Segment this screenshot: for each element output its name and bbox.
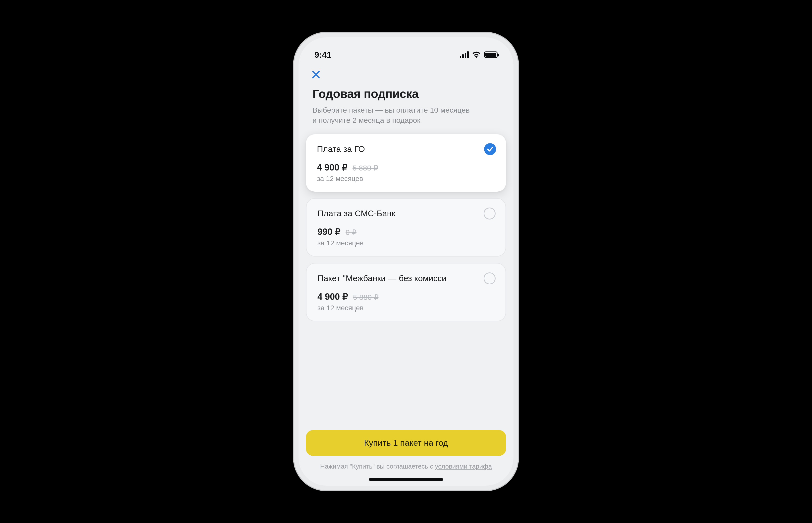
price-row: 4 900 ₽ 5 880 ₽ [317,162,495,173]
footer: Купить 1 пакет на год Нажимая "Купить" в… [298,421,514,486]
agreement-prefix: Нажимая "Купить" вы соглашаетесь с [320,463,435,470]
package-title: Плата за СМС-Банк [317,209,495,218]
radio-empty-icon [484,272,496,284]
package-price: 4 900 ₽ [317,162,347,173]
package-list: Плата за ГО 4 900 ₽ 5 880 ₽ за 12 месяце… [298,134,514,421]
side-button [294,201,295,236]
package-title: Плата за ГО [317,144,495,154]
screen: 9:41 Годовая подписка Выберите пакеты — … [298,37,514,486]
battery-icon [484,52,498,58]
package-old-price: 5 880 ₽ [352,164,378,172]
status-bar: 9:41 [298,37,514,65]
status-time: 9:41 [314,50,331,60]
side-button [517,166,518,221]
price-row: 990 ₽ 0 ₽ [317,227,495,237]
buy-button[interactable]: Купить 1 пакет на год [306,430,506,456]
radio-empty-icon [484,208,496,219]
agreement-text: Нажимая "Купить" вы соглашаетесь с услов… [306,462,506,471]
package-price: 990 ₽ [317,227,341,237]
package-period: за 12 месяцев [317,239,495,247]
page-title: Годовая подписка [312,87,500,101]
phone-frame: 9:41 Годовая подписка Выберите пакеты — … [294,33,518,490]
close-icon [311,70,321,79]
package-period: за 12 месяцев [317,175,495,183]
navbar [298,65,514,82]
terms-link[interactable]: условиями тарифа [435,463,492,470]
package-card[interactable]: Плата за СМС-Банк 990 ₽ 0 ₽ за 12 месяце… [306,198,506,256]
page-subtitle: Выберите пакеты — вы оплатите 10 месяцев… [312,105,472,125]
package-price: 4 900 ₽ [317,292,348,302]
wifi-icon [472,52,481,58]
package-period: за 12 месяцев [317,304,495,312]
package-title: Пакет "Межбанки — без комисси [317,273,495,283]
cellular-icon [460,51,469,58]
checkmark-icon [484,143,496,155]
page-header: Годовая подписка Выберите пакеты — вы оп… [298,82,514,134]
package-old-price: 0 ₽ [346,228,357,237]
home-indicator[interactable] [369,478,443,481]
side-button [294,127,295,147]
price-row: 4 900 ₽ 5 880 ₽ [317,292,495,302]
close-button[interactable] [309,67,324,82]
side-button [294,159,295,194]
package-card[interactable]: Пакет "Межбанки — без комисси 4 900 ₽ 5 … [306,263,506,321]
status-indicators [460,51,498,58]
package-card[interactable]: Плата за ГО 4 900 ₽ 5 880 ₽ за 12 месяце… [306,134,506,192]
package-old-price: 5 880 ₽ [353,293,378,302]
